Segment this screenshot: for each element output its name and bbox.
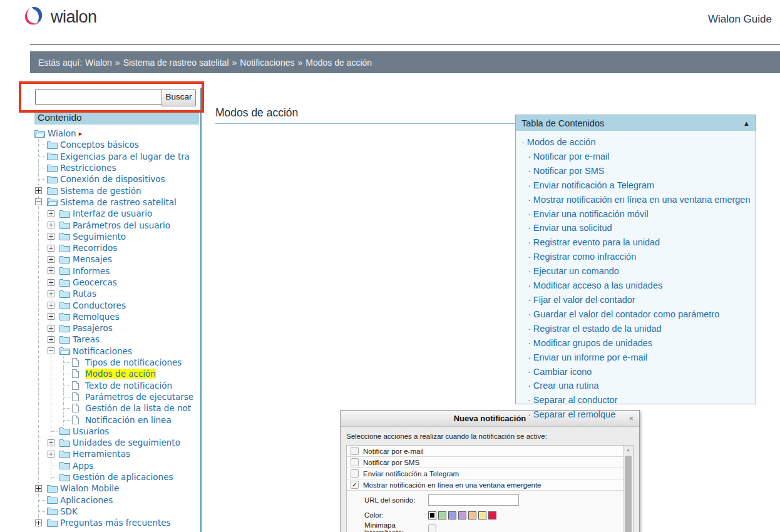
toc-link[interactable]: Fijar el valor del contador	[533, 295, 635, 305]
tree-link[interactable]: Usuarios	[73, 426, 109, 436]
toc-link[interactable]: Modos de acción	[527, 137, 596, 147]
toc-link[interactable]: Guardar el valor del contador como parám…	[533, 309, 719, 319]
toc-link[interactable]: Crear una rutina	[533, 381, 599, 391]
expand-plus-icon[interactable]	[48, 279, 54, 286]
breadcrumb-separator: »	[297, 58, 302, 68]
tree-link[interactable]: Interfaz de usuario	[73, 208, 152, 218]
collapse-minus-icon[interactable]	[48, 347, 54, 354]
tree-branch	[34, 185, 47, 196]
toc-collapse-icon[interactable]: ▲	[743, 120, 750, 127]
tree-link[interactable]: Pasajeros	[73, 323, 113, 333]
tree-link[interactable]: Sistema de gestión	[60, 186, 141, 196]
tree-link[interactable]: SDK	[60, 506, 78, 516]
tree-rail	[47, 368, 59, 379]
expand-plus-icon[interactable]	[35, 187, 42, 194]
tree-link[interactable]: Preguntas más frecuentes	[60, 518, 171, 528]
tree-branch	[47, 265, 59, 277]
tree-link[interactable]: Parámetros de ejecutarse	[85, 392, 193, 402]
tree-link[interactable]: Restricciones	[60, 163, 116, 173]
color-swatch	[478, 511, 486, 519]
folder-icon	[47, 484, 60, 493]
tree-link[interactable]: Unidades de seguimiento	[73, 437, 180, 448]
toc-link[interactable]: Ejecutar un comando	[533, 266, 619, 276]
breadcrumb-link[interactable]: Notificaciones	[240, 58, 294, 68]
tree-link[interactable]: Modos de acción	[85, 369, 156, 379]
tree-link[interactable]: Wialon	[48, 128, 76, 138]
tree-link[interactable]: Sistema de rastreo satelital	[60, 197, 177, 207]
expand-plus-icon[interactable]	[48, 451, 54, 458]
breadcrumb-link[interactable]: Modos de acción	[305, 58, 372, 68]
toc-link[interactable]: Enviar un informe por e-mail	[533, 352, 647, 362]
tree-link[interactable]: Parámetros del usuario	[73, 220, 170, 230]
search-button[interactable]: Buscar	[162, 89, 196, 106]
tree-link[interactable]: Informes	[73, 266, 110, 276]
folder-icon	[47, 187, 60, 195]
tree-link[interactable]: Herramientas	[73, 449, 130, 459]
tree-link[interactable]: Apps	[73, 461, 93, 471]
tree-link[interactable]: Mensajes	[73, 254, 112, 264]
tree-link[interactable]: Seguimiento	[73, 232, 126, 242]
expand-plus-icon[interactable]	[35, 519, 42, 526]
expand-plus-icon[interactable]	[48, 267, 54, 274]
folder-icon	[59, 439, 73, 447]
collapse-minus-icon[interactable]	[35, 198, 42, 205]
expand-plus-icon[interactable]	[48, 222, 54, 228]
folder-icon	[47, 519, 60, 527]
expand-plus-icon[interactable]	[48, 336, 54, 343]
tree-link[interactable]: Conductores	[73, 300, 126, 310]
wialon-logo[interactable]: wialon	[21, 5, 97, 29]
tree-link[interactable]: Conceptos básicos	[60, 140, 139, 150]
tree-link[interactable]: Rutas	[73, 289, 96, 299]
tree-link[interactable]: Remolques	[73, 312, 120, 322]
expand-plus-icon[interactable]	[48, 233, 54, 240]
expand-plus-icon[interactable]	[35, 485, 42, 492]
tree-link[interactable]: Exigencias para el lugar de tra	[60, 151, 190, 161]
toc-link[interactable]: Registrar como infracción	[533, 252, 636, 262]
tree-link[interactable]: Texto de notificación	[85, 381, 172, 391]
tree-item: Seguimiento	[34, 231, 200, 242]
toc-link[interactable]: Notificar por e-mail	[533, 151, 610, 161]
breadcrumb-link[interactable]: Wialon	[85, 58, 112, 68]
tree-link[interactable]: Gestión de aplicaciones	[73, 472, 173, 482]
toc-link[interactable]: Enviar una solicitud	[533, 223, 612, 233]
expand-plus-icon[interactable]	[48, 439, 54, 446]
search-input[interactable]	[35, 90, 163, 105]
tree-link[interactable]: Tipos de notificaciones	[85, 357, 182, 367]
expand-plus-icon[interactable]	[48, 302, 54, 309]
expand-plus-icon[interactable]	[48, 210, 54, 217]
toc-link[interactable]: Modificar acceso a las unidades	[533, 280, 662, 290]
toc-item: Ejecutar un comando	[528, 264, 750, 279]
toc-link[interactable]: Cambiar icono	[533, 367, 592, 377]
tree-link[interactable]: Geocercas	[73, 277, 117, 287]
expand-plus-icon[interactable]	[48, 256, 54, 263]
page-icon	[72, 404, 85, 412]
folder-icon	[59, 473, 73, 481]
toc-link[interactable]: Registrar el estado de la unidad	[533, 324, 662, 334]
tree-item: Restricciones	[34, 162, 200, 173]
expand-plus-icon[interactable]	[48, 325, 54, 332]
tree-link[interactable]: Aplicaciones	[60, 495, 113, 505]
toc-link[interactable]: Separar el remolque	[533, 409, 615, 419]
tree-rail	[34, 334, 47, 345]
tree-link[interactable]: Tareas	[73, 334, 100, 344]
tree-link[interactable]: Wialon Mobile	[60, 483, 119, 493]
expand-plus-icon[interactable]	[48, 290, 54, 297]
toc-link[interactable]: Notificar por SMS	[533, 166, 605, 176]
toc-item: Enviar notificación a Telegram	[528, 178, 750, 193]
tree-link[interactable]: Gestión de la lista de not	[85, 403, 191, 413]
tree-link[interactable]: Conexión de dispositivos	[60, 174, 165, 184]
toc-link[interactable]: Separar al conductor	[533, 395, 618, 405]
breadcrumb-link[interactable]: Sistema de rastreo satelital	[123, 58, 229, 68]
toc-link[interactable]: Enviar una notificación móvil	[533, 209, 649, 219]
tree-link[interactable]: Recorridos	[73, 243, 117, 253]
toc-link[interactable]: Registrar evento para la unidad	[533, 237, 660, 247]
tree-link[interactable]: Notificación en línea	[85, 415, 172, 425]
expand-plus-icon[interactable]	[48, 313, 54, 320]
contents-tree: Wialon▸Conceptos básicosExigencias para …	[34, 128, 200, 528]
tree-item: Interfaz de usuario	[34, 208, 200, 219]
tree-link[interactable]: Notificaciones	[73, 346, 132, 356]
expand-plus-icon[interactable]	[48, 245, 54, 252]
toc-link[interactable]: Enviar notificación a Telegram	[533, 180, 654, 190]
toc-link[interactable]: Mostrar notificación en línea en una ven…	[533, 195, 750, 205]
toc-link[interactable]: Modificar grupos de unidades	[533, 338, 652, 348]
